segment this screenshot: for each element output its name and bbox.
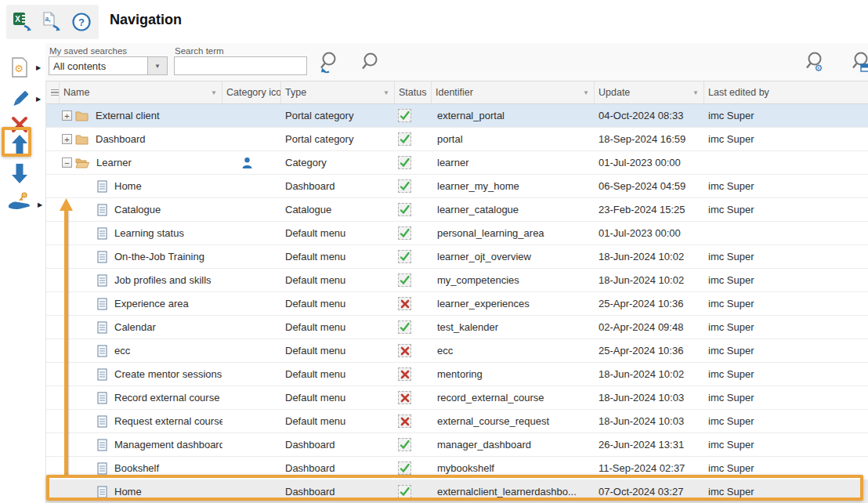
update-cell: 18-Jun-2024 10:02: [595, 363, 704, 385]
row-grip-cell: [46, 269, 60, 291]
text-export-icon[interactable]: a,: [41, 10, 64, 34]
type-cell: Default menu: [281, 269, 395, 291]
status-inactive-x-icon[interactable]: [398, 297, 411, 310]
status-active-check-icon[interactable]: [398, 250, 411, 263]
update-cell: 18-Jun-2024 10:03: [595, 386, 704, 409]
saved-searches-select[interactable]: All contents ▼: [49, 56, 168, 75]
tree-expander-icon[interactable]: +: [62, 134, 72, 144]
table-row[interactable]: Home Dashboard externalclient_learnerdas…: [46, 480, 868, 503]
edit-flyout-arrow[interactable]: ▶: [36, 96, 41, 103]
status-cell: [395, 457, 432, 479]
table-row[interactable]: Job profiles and skills Default menu my_…: [46, 269, 868, 292]
page-icon: [97, 345, 107, 357]
table-row[interactable]: Management dashboard... Dashboard manage…: [46, 433, 868, 457]
table-row[interactable]: On-the-Job Training Default menu learner…: [46, 245, 868, 269]
status-active-check-icon[interactable]: [398, 109, 411, 122]
status-active-check-icon[interactable]: [398, 156, 411, 169]
column-label[interactable]: Update: [599, 87, 688, 98]
assign-flyout-arrow[interactable]: ▶: [38, 201, 42, 208]
status-active-check-icon[interactable]: [398, 461, 411, 475]
item-name: Experience area: [114, 298, 189, 309]
table-row[interactable]: Learning status Default menu personal_le…: [46, 222, 868, 245]
identifier-cell: mybookshelf: [432, 457, 595, 479]
table-row[interactable]: + External client Portal category extern…: [46, 104, 868, 128]
column-label[interactable]: Identifier: [436, 87, 578, 98]
search-icon[interactable]: [357, 49, 384, 78]
editor-cell: imc Super: [704, 457, 868, 479]
editor-cell: imc Super: [704, 128, 868, 150]
table-row[interactable]: Home Dashboard learner_my_home 06-Sep-20…: [46, 175, 868, 198]
row-grip-cell: [46, 128, 60, 150]
svg-text:X: X: [15, 15, 20, 24]
chevron-down-icon[interactable]: ▼: [147, 57, 167, 74]
table-row[interactable]: Request external course Default menu ext…: [46, 410, 868, 433]
category-icon-cell: [222, 410, 281, 432]
move-up-button arrow-up-icon[interactable]: [6, 132, 33, 157]
tree-expander-icon[interactable]: −: [62, 157, 72, 168]
tree-expander-icon[interactable]: +: [62, 110, 72, 121]
table-row[interactable]: Calendar Default menu test_kalender 02-A…: [46, 316, 868, 339]
column-label[interactable]: Status: [399, 87, 426, 98]
new-button document-gear-icon[interactable]: ⚙: [6, 56, 33, 81]
status-inactive-x-icon[interactable]: [398, 344, 411, 357]
status-active-check-icon[interactable]: [398, 273, 411, 287]
name-cell: Learning status: [60, 222, 222, 244]
search-refresh-icon[interactable]: [316, 49, 342, 78]
search-settings-icon[interactable]: ⚙: [802, 49, 829, 78]
search-term-input[interactable]: [174, 56, 307, 75]
column-label[interactable]: Last edited by: [708, 87, 868, 98]
category-icon-cell: [222, 480, 281, 503]
row-grip-cell: [46, 198, 60, 221]
type-cell: Catalogue: [281, 198, 395, 221]
status-active-check-icon[interactable]: [398, 438, 411, 451]
page-icon: [97, 321, 107, 334]
excel-export-icon[interactable]: X: [12, 10, 35, 34]
column-label[interactable]: Type: [285, 87, 378, 98]
type-cell: Default menu: [281, 386, 395, 409]
assign-button hand-key-icon[interactable]: [6, 189, 33, 214]
status-inactive-x-icon[interactable]: [398, 414, 411, 428]
search-layout-icon[interactable]: [849, 49, 868, 78]
move-down-button arrow-down-icon[interactable]: [6, 161, 33, 186]
name-cell: − Learner: [60, 151, 222, 174]
status-active-check-icon[interactable]: [398, 485, 411, 498]
update-cell: 06-Sep-2024 04:59: [595, 175, 704, 197]
svg-text:⚙: ⚙: [14, 63, 24, 74]
status-cell: [395, 480, 432, 503]
editor-cell: imc Super: [704, 410, 868, 432]
table-row[interactable]: + Dashboard Portal category portal 18-Se…: [46, 128, 868, 151]
status-active-check-icon[interactable]: [398, 203, 411, 216]
header-menu-icon[interactable]: [46, 81, 60, 103]
status-inactive-x-icon[interactable]: [398, 367, 411, 381]
column-label[interactable]: Category icon: [226, 87, 281, 98]
help-icon[interactable]: ?: [70, 10, 93, 34]
table-row[interactable]: Record external course Default menu reco…: [46, 386, 868, 410]
category-icon-cell: [222, 363, 281, 385]
table-row[interactable]: Bookshelf Dashboard mybookshelf 11-Sep-2…: [46, 457, 868, 480]
svg-text:?: ?: [78, 16, 85, 28]
table-row[interactable]: Experience area Default menu learner_exp…: [46, 292, 868, 316]
name-cell: Experience area: [60, 292, 222, 315]
new-flyout-arrow[interactable]: ▶: [36, 64, 41, 71]
table-row[interactable]: Catalogue Catalogue learner_catalogue 23…: [46, 198, 868, 222]
column-filter-icon[interactable]: ▼: [578, 89, 594, 96]
status-cell: [395, 410, 432, 432]
table-row[interactable]: − Learner Category learner 01-Jul-2023 0…: [46, 151, 868, 175]
status-inactive-x-icon[interactable]: [398, 391, 411, 404]
table-row[interactable]: ecc Default menu ecc 25-Apr-2024 10:36 i…: [46, 339, 868, 363]
category-icon-cell: [222, 104, 281, 127]
status-active-check-icon[interactable]: [398, 320, 411, 334]
status-active-check-icon[interactable]: [398, 132, 411, 146]
column-filter-icon[interactable]: ▼: [688, 89, 703, 96]
column-filter-icon[interactable]: ▼: [378, 89, 394, 96]
edit-button pencil-icon[interactable]: [6, 87, 33, 112]
table-row[interactable]: Create mentor sessions Default menu ment…: [46, 363, 868, 386]
status-active-check-icon[interactable]: [398, 226, 411, 240]
category-icon-cell: [222, 175, 281, 197]
status-active-check-icon[interactable]: [398, 179, 411, 193]
row-grip-cell: [46, 410, 60, 432]
column-label[interactable]: Name: [63, 87, 206, 98]
item-name: ecc: [114, 345, 130, 356]
update-cell: 04-Oct-2024 08:33: [595, 104, 704, 127]
column-filter-icon[interactable]: ▼: [206, 89, 222, 96]
